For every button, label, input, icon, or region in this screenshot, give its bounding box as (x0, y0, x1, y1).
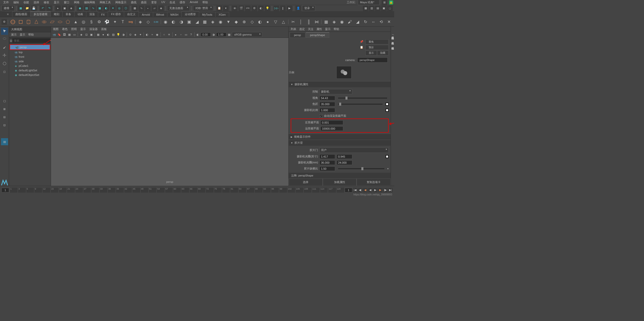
focal-field[interactable] (319, 102, 335, 106)
shelf-options-icon[interactable]: ⚙ (2, 19, 7, 25)
vp-smooth-icon[interactable]: ● (101, 32, 105, 37)
layout-icon-3[interactable]: ▤ (375, 6, 381, 11)
move-tool-icon[interactable] (1, 52, 8, 59)
vp-grid-icon[interactable]: ▦ (67, 32, 72, 37)
vp-lighting-menu[interactable]: 照明 (71, 27, 77, 31)
more-icon[interactable]: ▾ (387, 167, 389, 170)
keyframe-icon[interactable] (386, 155, 389, 158)
mask-surface-icon[interactable]: ▦ (97, 6, 102, 11)
current-frame-field[interactable]: 1 (345, 188, 352, 192)
play-back-icon[interactable]: ◀ (368, 188, 372, 192)
attr-attr-menu[interactable]: 属性 (316, 27, 322, 31)
menu-uv[interactable]: UV (159, 0, 167, 5)
pause-icon[interactable]: ‖ (280, 6, 286, 11)
poly-cube-icon[interactable] (17, 18, 24, 26)
vp-motion-icon[interactable]: ≈ (150, 32, 154, 37)
near-clip-field[interactable] (320, 120, 343, 125)
frustum-section-header[interactable]: ▶ 视锥显示控件 (289, 134, 391, 140)
attr-focus-menu[interactable]: 关注 (308, 27, 313, 31)
tree-item-side[interactable]: 📹 side (9, 59, 51, 64)
attr-help-menu[interactable]: 帮助 (334, 27, 339, 31)
vp-ao-icon[interactable]: ◐ (145, 32, 149, 37)
smooth-icon[interactable]: 0.00 (152, 18, 160, 26)
poly-cone-icon[interactable] (33, 18, 40, 26)
workspace-dropdown[interactable]: Maya 经典* (358, 0, 380, 5)
vp-exposure-field[interactable]: 0.00 (201, 33, 211, 37)
aspect-field[interactable] (319, 166, 335, 171)
step-back-key-icon[interactable]: ◀| (358, 188, 362, 192)
stop-icon[interactable]: ▶ (287, 6, 292, 11)
reduce-icon[interactable]: ▽ (272, 18, 279, 26)
separate-icon[interactable]: ◇ (144, 18, 152, 26)
login-dropdown[interactable]: 登录 (302, 5, 315, 11)
poly-super-icon[interactable]: ✦ (111, 18, 119, 26)
new-scene-icon[interactable]: ▦ (18, 6, 23, 11)
history-icon[interactable]: 📋 (217, 6, 222, 11)
collapse-icon[interactable]: ▼ (225, 18, 232, 26)
boolean-union-icon[interactable]: ◉ (162, 18, 169, 26)
tab-motion[interactable]: 运动图形 (181, 11, 199, 17)
layout-persp-icon[interactable]: ⊡ (1, 122, 8, 129)
vp-film-icon[interactable]: ▭ (72, 32, 77, 37)
menu-meshtools[interactable]: 网格工具 (97, 0, 113, 5)
quad-draw-icon[interactable]: ▦ (323, 18, 330, 26)
outliner-show-menu[interactable]: 展示 (11, 33, 17, 37)
attribute-editor-tab[interactable]: 属性编辑器 (391, 43, 394, 48)
render-current-icon[interactable]: 🎬 (238, 6, 244, 11)
tab-fxcache[interactable]: FX 缓存 (108, 11, 124, 17)
detach-icon[interactable]: ◇ (248, 18, 256, 26)
tree-item-top[interactable]: 📹 top (9, 50, 51, 54)
tree-item-lightset[interactable]: ◉ defaultLightSet (9, 68, 51, 73)
vp-arrow-icon[interactable]: ▸ (174, 32, 178, 37)
menu-meshdisplay[interactable]: 网格显示 (113, 0, 129, 5)
play-icon[interactable]: ▷▷ (274, 6, 279, 11)
vp-wire-icon[interactable]: ▦ (96, 32, 100, 37)
camera-name-field[interactable]: perspShape (357, 57, 388, 63)
mask-render-icon[interactable]: ◎ (117, 6, 122, 11)
history-toggle-icon[interactable]: ▾ (223, 6, 229, 11)
type-tool-icon[interactable]: T (119, 18, 126, 26)
menu-display[interactable]: 显示 (51, 0, 62, 5)
poly-pipe-icon[interactable]: ◎ (80, 18, 87, 26)
menu-surfaces[interactable]: 曲面 (139, 0, 149, 5)
symmetry-dropdown[interactable]: 对称: 禁用 (193, 5, 213, 11)
step-fwd-key-icon[interactable]: |▶ (383, 188, 388, 192)
offset-edge-icon[interactable]: ║ (305, 18, 312, 26)
menu-editmesh[interactable]: 编辑网格 (82, 0, 97, 5)
redo-icon[interactable]: ↷ (46, 6, 52, 11)
vp-xray-icon[interactable]: ◈ (133, 32, 138, 37)
autoclip-checkbox[interactable] (319, 114, 323, 118)
scale-field[interactable] (319, 108, 335, 112)
poly-soccer-icon[interactable]: ⚽ (103, 18, 111, 26)
select-button[interactable]: 选择 (289, 179, 323, 186)
snap-point-icon[interactable]: • (145, 6, 151, 11)
keyframe-icon[interactable] (386, 103, 389, 106)
vp-safe-icon[interactable]: ▣ (89, 32, 94, 37)
open-scene-icon[interactable]: 📁 (24, 6, 30, 11)
make-live-icon[interactable]: ◈ (330, 18, 338, 26)
step-back-icon[interactable]: ◀ (363, 188, 367, 192)
menu-arnold[interactable]: Arnold (187, 0, 200, 5)
outliner-search-input[interactable] (12, 38, 50, 43)
connect-icon[interactable]: ⋈ (313, 18, 320, 26)
workspace-config-icon[interactable]: ⊞ (382, 0, 387, 5)
menu-modify[interactable]: 修改 (41, 0, 51, 5)
tab-fx[interactable]: FX (98, 12, 108, 17)
attr-tab-perspshape[interactable]: perspShape (306, 32, 329, 38)
aperture-in-x-field[interactable] (319, 154, 335, 159)
soft-select-icon[interactable]: ◉ (338, 18, 345, 26)
tab-curves[interactable]: 曲线/曲面 (12, 11, 31, 17)
mask-deform-icon[interactable]: ◐ (103, 6, 109, 11)
mask-dynamic-icon[interactable]: ✦ (110, 6, 116, 11)
hide-button[interactable]: 隐藏 (377, 50, 389, 55)
rotate-tool-icon[interactable] (1, 60, 8, 67)
fill-hole-icon[interactable]: ◉ (217, 18, 224, 26)
mask-misc-icon[interactable]: ⬡ (123, 6, 129, 11)
tab-polymodel[interactable]: 多边形建模 (30, 11, 51, 17)
vp-gamma-icon[interactable]: ◑ (211, 32, 216, 37)
search-mode-icon[interactable]: ⊡ (10, 38, 12, 43)
poly-gear-icon[interactable]: ⚙ (96, 18, 103, 26)
layout-icon-2[interactable]: ▥ (369, 6, 374, 11)
pin-icon[interactable]: 📌 (359, 39, 364, 44)
live-surface-dropdown[interactable]: 无激活曲面 (167, 5, 190, 11)
